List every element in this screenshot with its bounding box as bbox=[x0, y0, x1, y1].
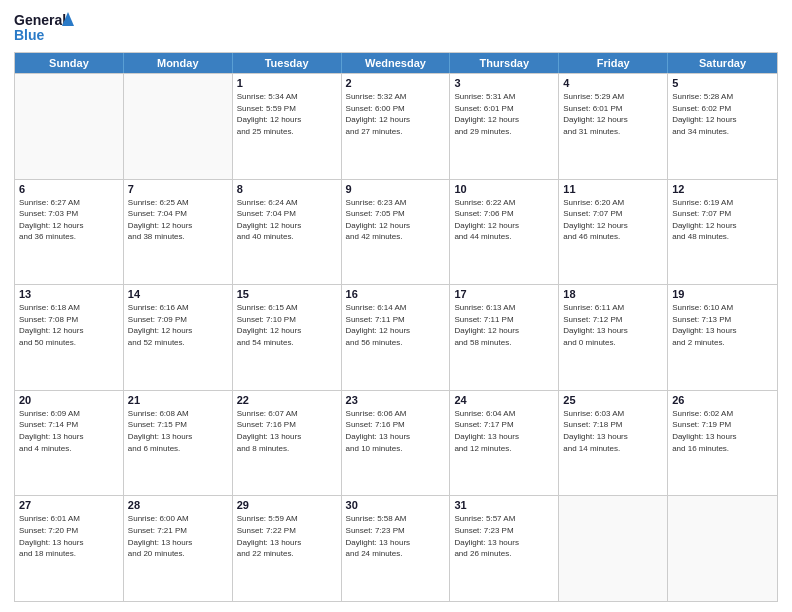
cal-cell: 14Sunrise: 6:16 AM Sunset: 7:09 PM Dayli… bbox=[124, 285, 233, 390]
day-info: Sunrise: 6:15 AM Sunset: 7:10 PM Dayligh… bbox=[237, 302, 337, 348]
day-info: Sunrise: 6:06 AM Sunset: 7:16 PM Dayligh… bbox=[346, 408, 446, 454]
cal-cell: 25Sunrise: 6:03 AM Sunset: 7:18 PM Dayli… bbox=[559, 391, 668, 496]
svg-text:General: General bbox=[14, 12, 66, 28]
day-number: 24 bbox=[454, 394, 554, 406]
day-number: 19 bbox=[672, 288, 773, 300]
cal-cell: 5Sunrise: 5:28 AM Sunset: 6:02 PM Daylig… bbox=[668, 74, 777, 179]
cal-cell: 13Sunrise: 6:18 AM Sunset: 7:08 PM Dayli… bbox=[15, 285, 124, 390]
day-number: 12 bbox=[672, 183, 773, 195]
day-info: Sunrise: 6:22 AM Sunset: 7:06 PM Dayligh… bbox=[454, 197, 554, 243]
cal-cell: 19Sunrise: 6:10 AM Sunset: 7:13 PM Dayli… bbox=[668, 285, 777, 390]
calendar: SundayMondayTuesdayWednesdayThursdayFrid… bbox=[14, 52, 778, 602]
cal-cell: 23Sunrise: 6:06 AM Sunset: 7:16 PM Dayli… bbox=[342, 391, 451, 496]
day-number: 25 bbox=[563, 394, 663, 406]
day-info: Sunrise: 6:19 AM Sunset: 7:07 PM Dayligh… bbox=[672, 197, 773, 243]
cal-cell: 15Sunrise: 6:15 AM Sunset: 7:10 PM Dayli… bbox=[233, 285, 342, 390]
cal-header-day: Wednesday bbox=[342, 53, 451, 73]
day-info: Sunrise: 6:20 AM Sunset: 7:07 PM Dayligh… bbox=[563, 197, 663, 243]
cal-header-day: Sunday bbox=[15, 53, 124, 73]
cal-week: 27Sunrise: 6:01 AM Sunset: 7:20 PM Dayli… bbox=[15, 495, 777, 601]
day-number: 4 bbox=[563, 77, 663, 89]
cal-header-day: Saturday bbox=[668, 53, 777, 73]
cal-cell bbox=[668, 496, 777, 601]
calendar-header: SundayMondayTuesdayWednesdayThursdayFrid… bbox=[15, 53, 777, 73]
day-info: Sunrise: 6:09 AM Sunset: 7:14 PM Dayligh… bbox=[19, 408, 119, 454]
day-info: Sunrise: 6:25 AM Sunset: 7:04 PM Dayligh… bbox=[128, 197, 228, 243]
day-number: 1 bbox=[237, 77, 337, 89]
day-number: 15 bbox=[237, 288, 337, 300]
day-info: Sunrise: 6:11 AM Sunset: 7:12 PM Dayligh… bbox=[563, 302, 663, 348]
day-number: 9 bbox=[346, 183, 446, 195]
day-number: 10 bbox=[454, 183, 554, 195]
day-info: Sunrise: 6:18 AM Sunset: 7:08 PM Dayligh… bbox=[19, 302, 119, 348]
day-number: 6 bbox=[19, 183, 119, 195]
cal-header-day: Friday bbox=[559, 53, 668, 73]
cal-cell: 6Sunrise: 6:27 AM Sunset: 7:03 PM Daylig… bbox=[15, 180, 124, 285]
day-info: Sunrise: 6:04 AM Sunset: 7:17 PM Dayligh… bbox=[454, 408, 554, 454]
cal-cell: 18Sunrise: 6:11 AM Sunset: 7:12 PM Dayli… bbox=[559, 285, 668, 390]
cal-cell: 2Sunrise: 5:32 AM Sunset: 6:00 PM Daylig… bbox=[342, 74, 451, 179]
day-info: Sunrise: 5:59 AM Sunset: 7:22 PM Dayligh… bbox=[237, 513, 337, 559]
day-info: Sunrise: 6:24 AM Sunset: 7:04 PM Dayligh… bbox=[237, 197, 337, 243]
cal-cell: 1Sunrise: 5:34 AM Sunset: 5:59 PM Daylig… bbox=[233, 74, 342, 179]
cal-cell: 21Sunrise: 6:08 AM Sunset: 7:15 PM Dayli… bbox=[124, 391, 233, 496]
day-number: 11 bbox=[563, 183, 663, 195]
cal-header-day: Monday bbox=[124, 53, 233, 73]
day-number: 23 bbox=[346, 394, 446, 406]
cal-cell: 28Sunrise: 6:00 AM Sunset: 7:21 PM Dayli… bbox=[124, 496, 233, 601]
cal-cell: 17Sunrise: 6:13 AM Sunset: 7:11 PM Dayli… bbox=[450, 285, 559, 390]
day-info: Sunrise: 6:07 AM Sunset: 7:16 PM Dayligh… bbox=[237, 408, 337, 454]
cal-header-day: Thursday bbox=[450, 53, 559, 73]
cal-cell: 9Sunrise: 6:23 AM Sunset: 7:05 PM Daylig… bbox=[342, 180, 451, 285]
cal-cell bbox=[559, 496, 668, 601]
day-number: 26 bbox=[672, 394, 773, 406]
cal-cell: 4Sunrise: 5:29 AM Sunset: 6:01 PM Daylig… bbox=[559, 74, 668, 179]
cal-cell: 8Sunrise: 6:24 AM Sunset: 7:04 PM Daylig… bbox=[233, 180, 342, 285]
day-info: Sunrise: 6:16 AM Sunset: 7:09 PM Dayligh… bbox=[128, 302, 228, 348]
day-number: 3 bbox=[454, 77, 554, 89]
day-number: 2 bbox=[346, 77, 446, 89]
day-info: Sunrise: 6:27 AM Sunset: 7:03 PM Dayligh… bbox=[19, 197, 119, 243]
day-info: Sunrise: 5:31 AM Sunset: 6:01 PM Dayligh… bbox=[454, 91, 554, 137]
day-number: 17 bbox=[454, 288, 554, 300]
day-info: Sunrise: 6:10 AM Sunset: 7:13 PM Dayligh… bbox=[672, 302, 773, 348]
day-info: Sunrise: 5:57 AM Sunset: 7:23 PM Dayligh… bbox=[454, 513, 554, 559]
day-number: 7 bbox=[128, 183, 228, 195]
cal-cell: 20Sunrise: 6:09 AM Sunset: 7:14 PM Dayli… bbox=[15, 391, 124, 496]
cal-cell bbox=[124, 74, 233, 179]
day-info: Sunrise: 6:23 AM Sunset: 7:05 PM Dayligh… bbox=[346, 197, 446, 243]
cal-cell: 7Sunrise: 6:25 AM Sunset: 7:04 PM Daylig… bbox=[124, 180, 233, 285]
cal-cell: 26Sunrise: 6:02 AM Sunset: 7:19 PM Dayli… bbox=[668, 391, 777, 496]
day-number: 13 bbox=[19, 288, 119, 300]
day-number: 20 bbox=[19, 394, 119, 406]
day-info: Sunrise: 6:14 AM Sunset: 7:11 PM Dayligh… bbox=[346, 302, 446, 348]
cal-week: 20Sunrise: 6:09 AM Sunset: 7:14 PM Dayli… bbox=[15, 390, 777, 496]
cal-cell: 22Sunrise: 6:07 AM Sunset: 7:16 PM Dayli… bbox=[233, 391, 342, 496]
logo-svg: General Blue bbox=[14, 10, 74, 46]
cal-cell: 11Sunrise: 6:20 AM Sunset: 7:07 PM Dayli… bbox=[559, 180, 668, 285]
day-info: Sunrise: 6:03 AM Sunset: 7:18 PM Dayligh… bbox=[563, 408, 663, 454]
calendar-body: 1Sunrise: 5:34 AM Sunset: 5:59 PM Daylig… bbox=[15, 73, 777, 601]
day-number: 16 bbox=[346, 288, 446, 300]
page: General Blue SundayMondayTuesdayWednesda… bbox=[0, 0, 792, 612]
day-number: 8 bbox=[237, 183, 337, 195]
day-number: 18 bbox=[563, 288, 663, 300]
day-info: Sunrise: 5:32 AM Sunset: 6:00 PM Dayligh… bbox=[346, 91, 446, 137]
cal-cell: 10Sunrise: 6:22 AM Sunset: 7:06 PM Dayli… bbox=[450, 180, 559, 285]
cal-cell: 31Sunrise: 5:57 AM Sunset: 7:23 PM Dayli… bbox=[450, 496, 559, 601]
day-info: Sunrise: 6:13 AM Sunset: 7:11 PM Dayligh… bbox=[454, 302, 554, 348]
cal-cell: 30Sunrise: 5:58 AM Sunset: 7:23 PM Dayli… bbox=[342, 496, 451, 601]
day-info: Sunrise: 6:00 AM Sunset: 7:21 PM Dayligh… bbox=[128, 513, 228, 559]
day-number: 30 bbox=[346, 499, 446, 511]
cal-cell bbox=[15, 74, 124, 179]
cal-cell: 3Sunrise: 5:31 AM Sunset: 6:01 PM Daylig… bbox=[450, 74, 559, 179]
day-info: Sunrise: 5:58 AM Sunset: 7:23 PM Dayligh… bbox=[346, 513, 446, 559]
day-info: Sunrise: 5:29 AM Sunset: 6:01 PM Dayligh… bbox=[563, 91, 663, 137]
cal-header-day: Tuesday bbox=[233, 53, 342, 73]
day-number: 22 bbox=[237, 394, 337, 406]
day-number: 28 bbox=[128, 499, 228, 511]
day-info: Sunrise: 6:01 AM Sunset: 7:20 PM Dayligh… bbox=[19, 513, 119, 559]
day-info: Sunrise: 5:34 AM Sunset: 5:59 PM Dayligh… bbox=[237, 91, 337, 137]
cal-cell: 24Sunrise: 6:04 AM Sunset: 7:17 PM Dayli… bbox=[450, 391, 559, 496]
day-info: Sunrise: 6:08 AM Sunset: 7:15 PM Dayligh… bbox=[128, 408, 228, 454]
